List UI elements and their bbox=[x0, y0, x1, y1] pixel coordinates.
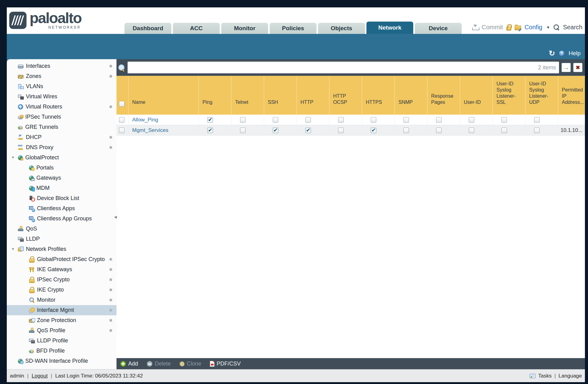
sidebar-item-ike-gateways[interactable]: IKE Gateways bbox=[7, 264, 116, 275]
sidebar-item-zones[interactable]: Zones bbox=[7, 71, 116, 81]
row-checkbox[interactable] bbox=[119, 117, 125, 123]
sidebar-item-virtual-routers[interactable]: Virtual Routers bbox=[7, 102, 116, 112]
tab-network[interactable]: Network bbox=[366, 22, 413, 34]
sidebar-item-vlans[interactable]: VLANs bbox=[7, 81, 116, 92]
lock-icon[interactable] bbox=[506, 27, 511, 31]
sidebar-item-lldp-profile[interactable]: LLDP Profile bbox=[7, 336, 116, 346]
unchecked-checkbox[interactable] bbox=[534, 128, 540, 133]
unchecked-checkbox[interactable] bbox=[436, 117, 442, 123]
sidebar-item-device-block-list[interactable]: Device Block List bbox=[7, 193, 116, 203]
column-header-snmp[interactable]: SNMP bbox=[394, 76, 427, 115]
sidebar-item-interfaces[interactable]: Interfaces bbox=[7, 61, 116, 71]
sidebar-item-monitor[interactable]: Monitor bbox=[7, 295, 116, 305]
column-header-telnet[interactable]: Telnet bbox=[231, 76, 264, 115]
sidebar-item-network-profiles[interactable]: ▼Network Profiles bbox=[7, 244, 116, 254]
commit-icon[interactable] bbox=[472, 25, 478, 30]
unchecked-checkbox[interactable] bbox=[305, 117, 311, 123]
checked-checkbox[interactable] bbox=[371, 128, 376, 133]
unchecked-checkbox[interactable] bbox=[240, 128, 246, 133]
column-header-response-pages[interactable]: Response Pages bbox=[427, 76, 460, 115]
sidebar-collapse-icon[interactable]: ◀ bbox=[114, 215, 117, 219]
commit-button[interactable]: Commit bbox=[482, 24, 503, 31]
pdf-csv-button[interactable]: PDF/CSV bbox=[210, 361, 241, 367]
sidebar-item-clientless-apps[interactable]: Clientless Apps bbox=[7, 203, 116, 214]
sidebar-item-virtual-wires[interactable]: Virtual Wires bbox=[7, 92, 116, 102]
sidebar-item-sd-wan-interface-profile[interactable]: SD-WAN Interface Profile bbox=[7, 356, 116, 366]
help-icon[interactable]: ? bbox=[559, 50, 565, 56]
sidebar-item-ipsec-tunnels[interactable]: IPSec Tunnels bbox=[7, 112, 116, 122]
search-button[interactable]: Search bbox=[563, 24, 582, 31]
sidebar-item-ipsec-crypto[interactable]: IPSec Crypto bbox=[7, 275, 116, 285]
column-header-user-id[interactable]: User-ID bbox=[460, 76, 492, 115]
unchecked-checkbox[interactable] bbox=[403, 128, 409, 133]
sidebar-item-dns-proxy[interactable]: DNS Proxy bbox=[7, 142, 116, 153]
column-header-https[interactable]: HTTPS bbox=[362, 76, 394, 115]
sidebar-item-zone-protection[interactable]: Zone Protection bbox=[7, 315, 116, 325]
sidebar-item-qos[interactable]: QoS bbox=[7, 224, 116, 234]
sidebar-item-ike-crypto[interactable]: IKE Crypto bbox=[7, 285, 116, 295]
tasks-icon[interactable] bbox=[530, 374, 535, 378]
select-all-checkbox[interactable] bbox=[119, 101, 125, 107]
profile-name-link[interactable]: Allow_Ping bbox=[132, 117, 158, 123]
unchecked-checkbox[interactable] bbox=[403, 117, 409, 123]
help-link[interactable]: Help bbox=[569, 50, 581, 57]
column-header-ping[interactable]: Ping bbox=[198, 76, 231, 115]
column-header-permitted-ip-address[interactable]: Permitted IP Address... bbox=[558, 76, 584, 115]
unchecked-checkbox[interactable] bbox=[436, 128, 442, 133]
column-header-ssh[interactable]: SSH bbox=[264, 76, 296, 115]
chevron-down-icon[interactable]: ▼ bbox=[546, 25, 550, 30]
checked-checkbox[interactable] bbox=[305, 128, 311, 133]
checked-checkbox[interactable] bbox=[207, 128, 213, 133]
profile-name-link[interactable]: Mgmt_Services bbox=[132, 127, 168, 133]
chevron-down-icon[interactable]: ▼ bbox=[11, 156, 15, 159]
column-header-name[interactable]: Name bbox=[128, 76, 198, 115]
unchecked-checkbox[interactable] bbox=[338, 128, 344, 133]
tab-dashboard[interactable]: Dashboard bbox=[125, 23, 171, 34]
tab-objects[interactable]: Objects bbox=[318, 23, 365, 34]
search-icon[interactable] bbox=[553, 24, 560, 30]
unchecked-checkbox[interactable] bbox=[371, 117, 376, 123]
unchecked-checkbox[interactable] bbox=[273, 117, 278, 123]
sidebar-item-gateways[interactable]: Gateways bbox=[7, 173, 116, 183]
unchecked-checkbox[interactable] bbox=[501, 117, 507, 123]
unchecked-checkbox[interactable] bbox=[240, 117, 246, 123]
sidebar-item-globalprotect[interactable]: ▼GlobalProtect bbox=[7, 153, 116, 163]
sidebar-item-bfd-profile[interactable]: BFD Profile bbox=[7, 346, 116, 356]
apply-filter-button[interactable]: → bbox=[561, 63, 571, 72]
column-header-http-ocsp[interactable]: HTTP OCSP bbox=[329, 76, 362, 115]
unchecked-checkbox[interactable] bbox=[469, 117, 474, 123]
add-button[interactable]: Add bbox=[120, 361, 138, 367]
column-header-user-id-syslog-listener-udp[interactable]: User-ID Syslog Listener-UDP bbox=[525, 76, 558, 115]
sidebar-item-globalprotect-ipsec-crypto[interactable]: GlobalProtect IPSec Crypto bbox=[7, 254, 116, 264]
language-button[interactable]: Language bbox=[558, 373, 582, 379]
sidebar-item-interface-mgmt[interactable]: Interface Mgmt bbox=[7, 305, 116, 315]
tab-policies[interactable]: Policies bbox=[270, 23, 316, 34]
sidebar-item-qos-profile[interactable]: QoS Profile bbox=[7, 325, 116, 336]
chevron-down-icon[interactable]: ▼ bbox=[11, 247, 15, 251]
sidebar-item-gre-tunnels[interactable]: GRE Tunnels bbox=[7, 122, 116, 132]
tab-monitor[interactable]: Monitor bbox=[221, 23, 268, 34]
unchecked-checkbox[interactable] bbox=[534, 117, 540, 123]
config-button[interactable]: Config bbox=[525, 24, 542, 31]
column-header-http[interactable]: HTTP bbox=[296, 76, 329, 115]
sidebar-item-clientless-app-groups[interactable]: Clientless App Groups bbox=[7, 214, 116, 224]
unchecked-checkbox[interactable] bbox=[469, 128, 474, 133]
filter-input[interactable] bbox=[128, 62, 559, 73]
sidebar-item-dhcp[interactable]: DHCP bbox=[7, 132, 116, 142]
column-header-user-id-syslog-listener-ssl[interactable]: User-ID Syslog Listener-SSL bbox=[492, 76, 525, 115]
logout-link[interactable]: Logout bbox=[32, 373, 48, 379]
checked-checkbox[interactable] bbox=[273, 128, 278, 133]
checked-checkbox[interactable] bbox=[207, 117, 213, 123]
sidebar-item-portals[interactable]: Portals bbox=[7, 163, 116, 173]
tasks-button[interactable]: Tasks bbox=[538, 373, 551, 379]
refresh-icon[interactable]: ↻ bbox=[549, 50, 555, 56]
unchecked-checkbox[interactable] bbox=[338, 117, 344, 123]
clear-filter-button[interactable]: ✖ bbox=[573, 63, 582, 72]
sidebar-item-mdm[interactable]: MDM bbox=[7, 183, 116, 193]
tab-device[interactable]: Device bbox=[415, 23, 462, 34]
tab-acc[interactable]: ACC bbox=[173, 23, 220, 34]
config-icon[interactable] bbox=[515, 26, 521, 30]
sidebar-item-lldp[interactable]: LLDP bbox=[7, 234, 116, 244]
row-checkbox[interactable] bbox=[119, 128, 125, 133]
unchecked-checkbox[interactable] bbox=[501, 128, 507, 133]
